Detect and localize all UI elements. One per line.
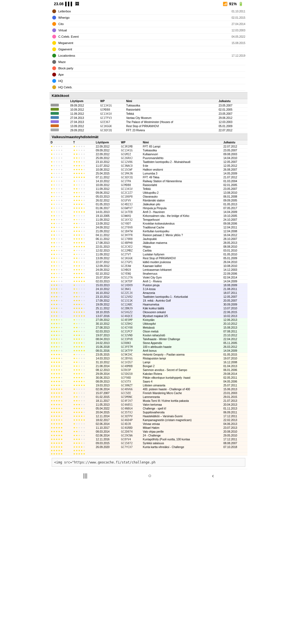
waypoint: GC31PCF: [120, 330, 142, 334]
difficulty-cell: ★★★★★: [50, 438, 72, 441]
cache-name: Talvihaaste - Winter Challenge: [142, 337, 222, 341]
found-date: 26.02.2012: [95, 199, 120, 203]
table-row: ★★★★★ ★★★★★ 01.02.2015 GC5M9NC Lammenran…: [50, 395, 248, 399]
cache-name: Amfi 1 - Riviera: [142, 280, 222, 283]
difficulty-cell: ★★★★★: [50, 361, 72, 364]
size-cell: [50, 108, 69, 112]
table-row: ★★★★★ ★★★★★ 31.10.2012 GC1VZG7 Lampi 16.…: [50, 361, 248, 364]
cache-name: Sammon arvoitus - Secret of Sampo: [142, 368, 222, 372]
found-date: 13.09.2012: [95, 256, 120, 260]
difficulty-cell: ★★★★★: [50, 299, 72, 303]
status-right: 📶 91% 🔋: [223, 2, 243, 6]
terrain-cell: ★★★★★: [72, 430, 95, 434]
difficulty-cell: ★★★★★: [50, 176, 72, 179]
published-date: 06.01.2006: [222, 368, 248, 372]
cache-type-date: 01.10.2011: [232, 10, 245, 13]
terrain-cell: ★★★★★: [72, 156, 95, 160]
time-display: 23.08: [54, 2, 64, 6]
published-date: 20.10.2012: [222, 322, 248, 326]
nav-back-icon[interactable]: ‹: [212, 473, 214, 479]
katkokoot-table: Löytöpvm WP Nimi Julkaistu 09.09.2012 GC…: [50, 99, 248, 132]
terrain-cell: ★★★★★: [72, 268, 95, 272]
terrain-cell: ★★★★★: [72, 414, 95, 418]
difficulty-cell: ★★★★★: [50, 384, 72, 388]
cache-type-icon: [52, 72, 57, 77]
cache-type-row: Letterbox01.10.2011: [52, 8, 245, 15]
nav-menu-icon[interactable]: |||: [83, 473, 87, 479]
found-date: 02.03.2013: [95, 330, 120, 334]
image-icon: 🖼: [75, 2, 79, 6]
found-date: 23.10.2012: [95, 160, 120, 164]
waypoint: GC3QTPV: [120, 414, 142, 418]
found-date: 07.11.2012: [95, 176, 120, 179]
difficulty-cell: ★★★★★: [50, 283, 72, 287]
found-date: 08.03.2014: [95, 430, 120, 434]
status-left: 23.08 ▌▌▌ 🖼: [54, 2, 79, 6]
cache-type-row: Maze: [52, 59, 245, 65]
published-date: 02.05.2011: [222, 376, 248, 380]
table-row: ★★★★★ ★★★★★ 11.07.2012 GC3NACO 9-tie 12.…: [50, 164, 248, 168]
cache-name: Tukkasotka: [142, 149, 222, 152]
published-date: 23.05.2007: [222, 149, 248, 152]
terrain-cell: ★★★★★: [72, 152, 95, 156]
published-date: 06.09.2011: [222, 411, 248, 414]
terrain-cell: ★★★★★: [72, 376, 95, 380]
table-row: ★★★★★ ★★★★★ 24.09.2012 GCHBG9 Lentoasema…: [50, 268, 248, 272]
published-date: [222, 449, 248, 452]
published-date: 23.05.2007: [218, 103, 248, 108]
table-row: ★★★★★ ★★★★★ 14.01.2013 GC1kTEB Amfi 3 - …: [50, 210, 248, 214]
cache-name: Stone Appendix: [142, 341, 222, 345]
waypoint: GC5XGZ2: [120, 310, 142, 314]
waypoint: GC2BY6G: [120, 357, 142, 361]
waypoint: GC2C2Z7: [120, 191, 142, 195]
terrain-cell: ★★★★★: [72, 172, 95, 176]
terrain-cell: ★★★★★: [72, 322, 95, 326]
terrain-cell: ★★★★★: [72, 380, 95, 384]
table-row: ★★★★★ ★★★★★ 08.04.2013 GC33PV8 Talvihaas…: [50, 337, 248, 341]
nav-home-icon[interactable]: ○: [148, 473, 151, 479]
waypoint: GC4B23J: [120, 203, 142, 206]
found-date: 27.09.2012: [95, 318, 120, 322]
cache-type-name: Cito: [58, 22, 229, 26]
terrain-cell: ★★★★★: [72, 256, 95, 260]
cache-type-row: Locationless17.12.2019: [52, 53, 245, 59]
terrain-cell: ★★★★★: [72, 191, 95, 195]
difficulty-cell: ★★★★★: [50, 303, 72, 307]
published-date: 30.09.2009: [222, 303, 248, 307]
cache-type-row: HQ: [52, 78, 245, 84]
difficulty-cell: ★★★★★: [50, 179, 72, 183]
published-date: 21.07.2013: [222, 399, 248, 403]
waypoint: GC26RXJ: [120, 156, 142, 160]
waypoint: GC1341G: [99, 103, 125, 108]
published-date: 20.04.2013: [222, 403, 248, 407]
cache-type-icon: [52, 78, 57, 83]
published-date: 28.10.2007: [222, 237, 248, 241]
found-date: 04.11.2012: [95, 233, 120, 237]
cache-type-list: Letterbox01.10.2011Wherigo02.01.2015Cito…: [50, 8, 248, 91]
published-date: 08.08.2007: [222, 441, 248, 445]
table-row: ★★★★★ ★★★★★ 22.09.2012 GC3R1MB FFT: 65 L…: [50, 145, 248, 149]
table-row: ★★★★★ ★★★★★ 15.07.2014 GC51JTA Violet Ci…: [50, 276, 248, 280]
published-date: 15.06.2013: [222, 388, 248, 391]
cache-name: Haamumetsa: [142, 303, 222, 307]
cache-name: Amfi bonus: [142, 349, 222, 353]
terrain-cell: ★★★★★: [72, 283, 95, 287]
published-date: 12.05.2007: [222, 295, 248, 299]
difficulty-cell: ★★★★★: [50, 245, 72, 249]
waypoint: GC32VND: [120, 334, 142, 337]
waypoint: GC46D4P: [120, 418, 142, 422]
table-row: ★★★★★ ★★★★★ 19.10.2005 GCWWXQ Kirkonsalm…: [50, 214, 248, 218]
table-row: ★★★★★ ★★★★★ 25.04.2015 GC1M4JN Lumumba 3…: [50, 172, 248, 176]
waypoint: GCYENQ: [120, 272, 142, 276]
difficulty-cell: ★★★★★: [50, 260, 72, 264]
table-row: 13.09.2012 GC1KGGK Rest Stop of PIRKANHO…: [50, 124, 248, 128]
table-row: ★★★★★ ★★★★★ 12.11.2014 GC3QTPV Haastekät…: [50, 414, 248, 418]
waypoint: GCR8N3: [120, 341, 142, 345]
nav-bar[interactable]: ||| ○ ‹: [50, 469, 248, 482]
table-row: ★★★★★ ★★★★★ 15.06.2018 GC3FETM 100 n att…: [50, 345, 248, 349]
terrain-cell: ★★★★★: [72, 372, 95, 376]
cache-name: Luolalan hyttynen: [142, 253, 222, 256]
cache-name: 100 n attribuutin haaste: [142, 345, 222, 349]
table-row: ★★★★★ ★★★★★ 02.06.2014 GC48V66 400. pist…: [50, 388, 248, 391]
terrain-cell: ★★★★★: [72, 245, 95, 249]
